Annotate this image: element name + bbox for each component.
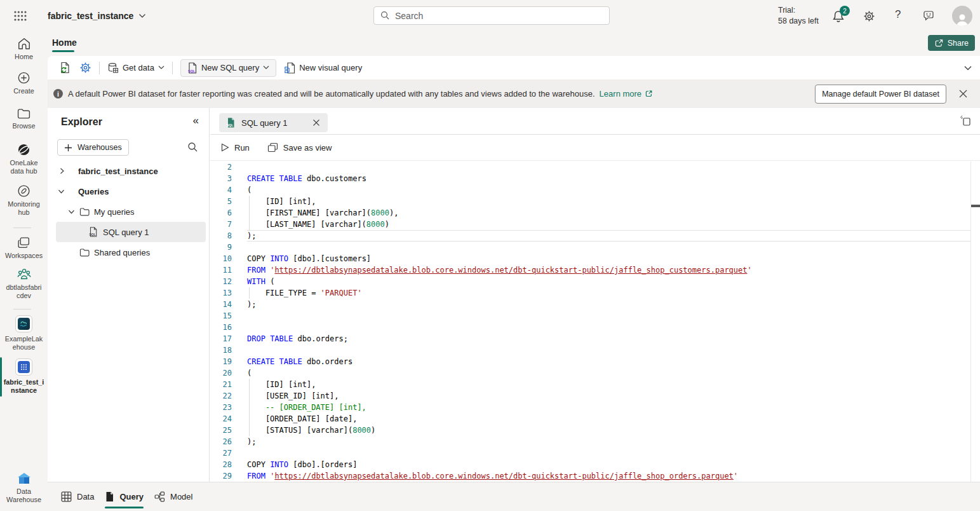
data-grid-icon (61, 491, 72, 502)
line-number: 24 (210, 413, 232, 425)
query-document-icon (105, 491, 114, 502)
toolbar-expand-chevron[interactable] (963, 65, 972, 71)
tab-label: SQL query 1 (241, 118, 288, 128)
share-icon (934, 39, 944, 48)
explorer-search-icon[interactable] (187, 142, 198, 153)
rail-divider (13, 228, 31, 228)
line-number: 11 (210, 264, 232, 276)
new-visual-query-button[interactable]: New visual query (285, 62, 362, 74)
tree-item-queries[interactable]: Queries (48, 181, 209, 201)
get-data-button[interactable]: Get data (107, 62, 164, 74)
view-tab-model[interactable]: Model (154, 482, 192, 511)
refresh-document-icon[interactable] (59, 62, 71, 74)
folder-icon (79, 207, 90, 217)
line-number: 20 (210, 367, 232, 379)
tree-item-shared-queries[interactable]: Shared queries (48, 242, 209, 262)
nav-label: Browse (12, 122, 35, 130)
workspace-switcher[interactable]: fabric_test_instance (48, 0, 146, 32)
line-number: 23 (210, 402, 232, 413)
new-warehouse-button[interactable]: Warehouses (57, 139, 129, 156)
explorer-title: Explorer (61, 116, 102, 128)
workspace-title: fabric_test_instance (48, 11, 133, 21)
nav-item-examplelakehouse[interactable]: ExampleLakehouse (0, 315, 48, 351)
nav-label: Data Warehouse (6, 487, 43, 504)
nav-onelake-data-hub[interactable]: OneLake data hub (0, 143, 48, 175)
nav-browse[interactable]: Browse (0, 108, 48, 130)
feedback-icon[interactable] (923, 10, 936, 22)
nav-create[interactable]: Create (0, 71, 48, 95)
nav-data-warehouse[interactable]: Data Warehouse (0, 472, 48, 504)
line-number: 21 (210, 379, 232, 390)
app-launcher-icon[interactable] (14, 11, 27, 21)
learn-more-link[interactable]: Learn more (600, 89, 641, 99)
view-tab-query[interactable]: Query (105, 482, 144, 511)
line-number: 9 (210, 242, 232, 253)
nav-workspaces[interactable]: Workspaces (0, 236, 48, 260)
warehouse-item-icon (15, 358, 32, 376)
tree-item-sql-query-1[interactable]: SQL SQL query 1 (56, 222, 206, 242)
line-number: 6 (210, 207, 232, 219)
home-icon (17, 37, 31, 50)
line-number: 25 (210, 425, 232, 436)
nav-workspace-dbtlabsfabricdev[interactable]: dbtlabsfabricdev (0, 268, 48, 300)
search-input[interactable]: Search (373, 6, 610, 25)
code-line: FILE_TYPE = 'PARQUET' (247, 287, 970, 299)
tab-sql-query-1[interactable]: SQL SQL query 1 (219, 113, 328, 132)
lakehouse-icon (15, 315, 32, 332)
banner-close-icon[interactable] (958, 89, 968, 99)
fabric-app: fabric_test_instance Search Trial: 58 da… (0, 0, 980, 511)
collapse-explorer-icon[interactable]: « (193, 114, 199, 127)
new-sql-query-button[interactable]: SQL New SQL query (180, 59, 276, 77)
share-button[interactable]: Share (928, 35, 975, 51)
line-number: 15 (210, 310, 232, 322)
nav-item-fabric-test-instance[interactable]: fabric_test_instance (0, 358, 48, 395)
code-line: [USER_ID] [int], (247, 390, 970, 402)
line-number: 18 (210, 344, 232, 356)
line-number: 10 (210, 253, 232, 264)
svg-text:SQL: SQL (188, 69, 196, 72)
line-number: 12 (210, 276, 232, 287)
line-number: 5 (210, 196, 232, 207)
chevron-down-icon (263, 65, 269, 70)
sql-document-icon: SQL (187, 62, 198, 74)
chevron-down-icon (58, 188, 65, 195)
query-action-bar: Run Save as view (210, 135, 980, 161)
run-button[interactable]: Run (221, 143, 250, 153)
rail-divider (13, 309, 31, 310)
avatar[interactable] (952, 6, 972, 26)
line-number: 8 (210, 230, 232, 242)
code-line: CREATE TABLE dbo.customers (247, 173, 970, 184)
workspace-people-icon (17, 268, 31, 281)
nav-monitoring-hub[interactable]: Monitoring hub (0, 184, 48, 217)
get-data-label: Get data (123, 63, 154, 72)
help-icon[interactable]: ? (895, 8, 901, 21)
code-line: ); (247, 230, 970, 242)
view-tab-data[interactable]: Data (61, 482, 94, 511)
tree-item-warehouse-root[interactable]: fabric_test_instance (48, 161, 209, 181)
line-number: 19 (210, 356, 232, 367)
toolbar-divider (172, 62, 173, 74)
workspaces-icon (17, 236, 30, 249)
tab-close-icon[interactable] (312, 119, 320, 126)
code-line: ); (247, 436, 970, 447)
line-number: 29 (210, 470, 232, 482)
run-label: Run (234, 143, 250, 153)
code-line: [FIRST_NAME] [varchar](8000), (247, 207, 970, 219)
tree-label: SQL query 1 (103, 228, 149, 237)
tree-label: Queries (78, 187, 109, 196)
manage-dataset-button[interactable]: Manage default Power BI dataset (815, 85, 946, 104)
code-line: [ID] [int], (247, 196, 970, 207)
left-nav-rail: Home Create Browse OneLake data hub (0, 32, 48, 511)
nav-home[interactable]: Home (0, 37, 48, 61)
editor-tab-bar: SQL SQL query 1 (210, 108, 980, 135)
code-line: ( (247, 367, 970, 379)
code-editor[interactable]: 2345678910111213141516171819202122232425… (210, 161, 980, 482)
line-number: 4 (210, 184, 232, 196)
tree-item-my-queries[interactable]: My queries (48, 201, 209, 222)
save-as-view-button[interactable]: Save as view (267, 142, 332, 153)
settings-gear-icon[interactable] (863, 10, 875, 22)
settings-toolbar-icon[interactable] (79, 62, 91, 74)
copy-icon[interactable] (960, 115, 971, 127)
data-warehouse-icon (17, 472, 32, 485)
line-number: 7 (210, 219, 232, 230)
